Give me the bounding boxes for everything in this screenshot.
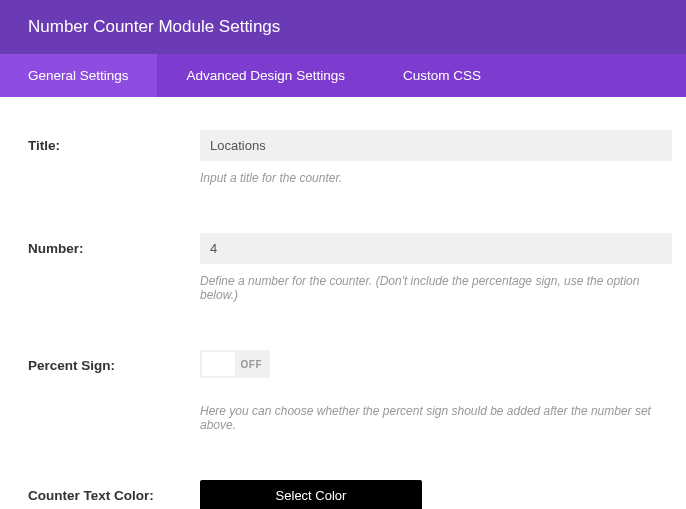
percent-helper: Here you can choose whether the percent … — [200, 404, 672, 432]
tab-custom-css[interactable]: Custom CSS — [375, 54, 509, 97]
number-helper: Define a number for the counter. (Don't … — [200, 274, 672, 302]
title-label: Title: — [28, 130, 200, 185]
percent-toggle[interactable]: OFF — [200, 350, 270, 378]
tab-label: Advanced Design Settings — [187, 68, 345, 83]
tab-advanced-design-settings[interactable]: Advanced Design Settings — [159, 54, 373, 97]
number-label: Number: — [28, 233, 200, 302]
modal-title: Number Counter Module Settings — [28, 17, 280, 36]
field-percent-sign: Percent Sign: OFF Here you can choose wh… — [28, 350, 672, 432]
field-counter-text-color: Counter Text Color: Select Color This wi… — [28, 480, 672, 509]
field-number: Number: Define a number for the counter.… — [28, 233, 672, 302]
title-input[interactable] — [200, 130, 672, 161]
tab-bar: General Settings Advanced Design Setting… — [0, 54, 686, 97]
field-title: Title: Input a title for the counter. — [28, 130, 672, 185]
percent-label: Percent Sign: — [28, 350, 200, 432]
modal-header: Number Counter Module Settings — [0, 0, 686, 54]
title-helper: Input a title for the counter. — [200, 171, 672, 185]
settings-content: Title: Input a title for the counter. Nu… — [0, 97, 686, 509]
tab-label: General Settings — [28, 68, 129, 83]
tab-general-settings[interactable]: General Settings — [0, 54, 157, 97]
select-color-button[interactable]: Select Color — [200, 480, 422, 509]
toggle-knob — [202, 352, 235, 376]
tab-label: Custom CSS — [403, 68, 481, 83]
counter-color-label: Counter Text Color: — [28, 480, 200, 509]
number-input[interactable] — [200, 233, 672, 264]
toggle-state-label: OFF — [235, 359, 269, 370]
